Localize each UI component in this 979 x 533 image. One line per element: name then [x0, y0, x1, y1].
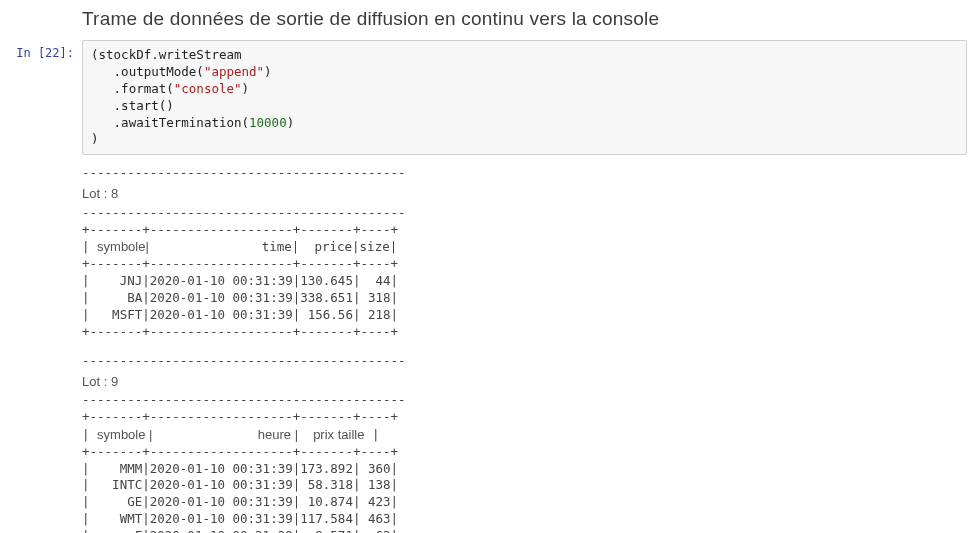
code-input[interactable]: (stockDf.writeStream .outputMode("append… — [82, 40, 967, 155]
batch8-label: Lot : 8 — [82, 185, 967, 203]
code-line-2a: .outputMode( — [91, 64, 204, 79]
batch9-border-mid: +-------+-------------------+-------+---… — [82, 444, 967, 461]
batch8-hdr-rest: time| price|size| — [149, 239, 397, 254]
batch9-hdr-mid1 — [152, 427, 257, 442]
batch9-row: | INTC|2020-01-10 00:31:39| 58.318| 138| — [82, 477, 967, 494]
code-line-3a: .format( — [91, 81, 174, 96]
batch9-row: | WMT|2020-01-10 00:31:39|117.584| 463| — [82, 511, 967, 528]
batch8-row: | JNJ|2020-01-10 00:31:39|130.645| 44| — [82, 273, 967, 290]
batch9-sep-bottom: ----------------------------------------… — [82, 392, 967, 409]
code-line-5a: .awaitTermination( — [91, 115, 249, 130]
batch9-col-heure: heure | — [258, 427, 298, 442]
notebook-page: Trame de données de sortie de diffusion … — [0, 0, 979, 533]
code-line-2b: ) — [264, 64, 272, 79]
batch8-hdr-pre: | — [82, 239, 97, 254]
code-line-4: .start() — [91, 98, 174, 113]
code-number-timeout: 10000 — [249, 115, 287, 130]
code-line-1: (stockDf.writeStream — [91, 47, 242, 62]
batch9-sep-top: ----------------------------------------… — [82, 353, 967, 370]
batch8-row: | MSFT|2020-01-10 00:31:39| 156.56| 218| — [82, 307, 967, 324]
cell-output: ----------------------------------------… — [82, 165, 967, 533]
batch8-border-mid: +-------+-------------------+-------+---… — [82, 256, 967, 273]
code-line-3b: ) — [242, 81, 250, 96]
code-string-console: "console" — [174, 81, 242, 96]
batch9-row: | GE|2020-01-10 00:31:39| 10.874| 423| — [82, 494, 967, 511]
batch9-hdr-pre: | — [82, 427, 97, 442]
batch9-border-top: +-------+-------------------+-------+---… — [82, 409, 967, 426]
batch9-hdr-end: | — [364, 427, 379, 442]
input-prompt: In [22]: — [12, 40, 82, 60]
section-heading: Trame de données de sortie de diffusion … — [82, 8, 967, 30]
code-string-append: "append" — [204, 64, 264, 79]
batch9-row: | MMM|2020-01-10 00:31:39|173.892| 360| — [82, 461, 967, 478]
batch8-header: | symbole| time| price|size| — [82, 238, 967, 256]
code-line-5b: ) — [287, 115, 295, 130]
batch8-sep-top: ----------------------------------------… — [82, 165, 967, 182]
batch9-col-prix-taille: prix taille — [313, 427, 364, 442]
batch8-border-bot: +-------+-------------------+-------+---… — [82, 324, 967, 341]
spacer — [82, 341, 967, 353]
batch9-hdr-mid2 — [298, 427, 313, 442]
batch8-border-top: +-------+-------------------+-------+---… — [82, 222, 967, 239]
code-line-6: ) — [91, 131, 99, 146]
batch9-header: | symbole | heure | prix taille | — [82, 426, 967, 444]
batch8-col-symbole: symbole| — [97, 239, 149, 254]
batch8-sep-bottom: ----------------------------------------… — [82, 205, 967, 222]
code-cell: In [22]: (stockDf.writeStream .outputMod… — [12, 40, 967, 155]
batch8-row: | BA|2020-01-10 00:31:39|338.651| 318| — [82, 290, 967, 307]
batch9-label: Lot : 9 — [82, 373, 967, 391]
batch9-row: | F|2020-01-10 00:31:39| 8.571| 63| — [82, 528, 967, 533]
batch9-col-symbole: symbole | — [97, 427, 152, 442]
